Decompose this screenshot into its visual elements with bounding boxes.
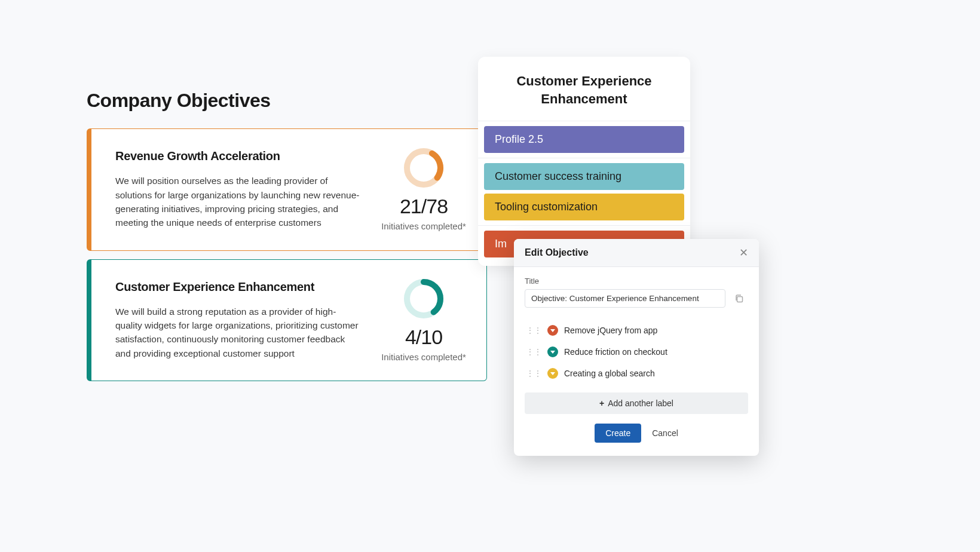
title-field-label: Title: [525, 277, 748, 286]
objective-title: Revenue Growth Acceleration: [115, 149, 361, 163]
objective-card[interactable]: Revenue Growth Acceleration We will posi…: [87, 128, 487, 251]
modal-body: Title ⋮⋮ Remove jQuery from app ⋮⋮ Reduc…: [514, 267, 759, 456]
objective-description: We will position ourselves as the leadin…: [115, 174, 361, 229]
status-dot-icon: [547, 368, 558, 379]
epic-card-header: Customer Experience Enhancement: [478, 57, 690, 121]
objective-card[interactable]: Customer Experience Enhancement We will …: [87, 259, 487, 382]
add-label-text: Add another label: [608, 398, 673, 408]
objective-metric: 4/10 Initiatives completed*: [379, 278, 468, 363]
copy-icon[interactable]: [730, 289, 748, 308]
progress-ring-icon: [403, 147, 445, 189]
objective-item-row[interactable]: ⋮⋮ Reduce friction on checkout: [525, 341, 748, 363]
add-label-button[interactable]: +Add another label: [525, 392, 748, 414]
modal-footer: Create Cancel: [525, 414, 748, 445]
modal-header: Edit Objective ✕: [514, 239, 759, 267]
create-button[interactable]: Create: [595, 424, 641, 443]
close-icon[interactable]: ✕: [739, 247, 748, 258]
epic-pill[interactable]: Tooling customization: [484, 194, 684, 220]
objective-item-row[interactable]: ⋮⋮ Remove jQuery from app: [525, 320, 748, 341]
drag-handle-icon[interactable]: ⋮⋮: [526, 347, 541, 357]
cancel-button[interactable]: Cancel: [652, 428, 678, 438]
initiatives-count: 21/78: [379, 195, 468, 218]
epic-section: Customer success training Tooling custom…: [478, 158, 690, 226]
objective-item-label: Reduce friction on checkout: [564, 347, 667, 357]
objective-item-label: Remove jQuery from app: [564, 326, 657, 335]
epic-pill[interactable]: Customer success training: [484, 163, 684, 190]
objective-item-label: Creating a global search: [564, 369, 655, 378]
epic-card: Customer Experience Enhancement Profile …: [478, 57, 690, 266]
objective-item-row[interactable]: ⋮⋮ Creating a global search: [525, 363, 748, 384]
status-dot-icon: [547, 325, 558, 336]
edit-objective-modal: Edit Objective ✕ Title ⋮⋮ Remove jQuery …: [514, 239, 759, 456]
initiatives-count-label: Initiatives completed*: [379, 351, 468, 363]
objective-title-input[interactable]: [525, 289, 725, 308]
objective-metric: 21/78 Initiatives completed*: [379, 147, 468, 232]
plus-icon: +: [599, 398, 604, 408]
svg-rect-4: [737, 296, 743, 302]
page-title: Company Objectives: [87, 90, 487, 112]
objective-text: Revenue Growth Acceleration We will posi…: [115, 149, 361, 229]
title-row: [525, 289, 748, 308]
objective-description: We will build a strong reputation as a p…: [115, 305, 361, 360]
objective-text: Customer Experience Enhancement We will …: [115, 280, 361, 360]
modal-title: Edit Objective: [525, 247, 739, 258]
initiatives-count-label: Initiatives completed*: [379, 220, 468, 232]
epic-section: Profile 2.5: [478, 121, 690, 158]
company-objectives-panel: Company Objectives Revenue Growth Accele…: [87, 90, 487, 390]
initiatives-count: 4/10: [379, 326, 468, 349]
epic-pill[interactable]: Profile 2.5: [484, 126, 684, 153]
status-dot-icon: [547, 346, 558, 357]
objective-title: Customer Experience Enhancement: [115, 280, 361, 294]
drag-handle-icon[interactable]: ⋮⋮: [526, 369, 541, 378]
drag-handle-icon[interactable]: ⋮⋮: [526, 326, 541, 335]
progress-ring-icon: [403, 278, 445, 320]
